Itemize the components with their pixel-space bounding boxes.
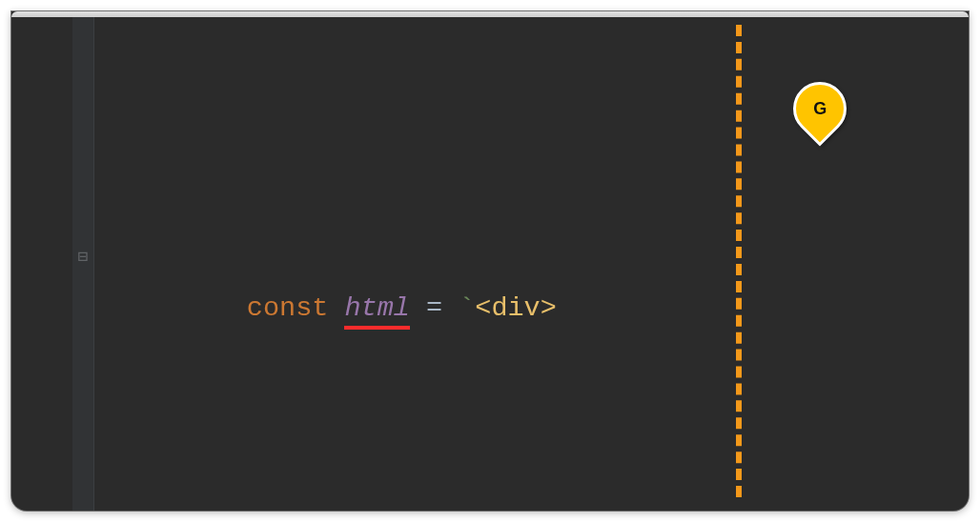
window: G ⊟const html = `<div> <span>hello world… (0, 0, 980, 522)
fold-toggle-icon[interactable]: ⊟ (72, 231, 93, 284)
tag-div-open: <div> (475, 292, 557, 324)
editor-frame: G ⊟const html = `<div> <span>hello world… (11, 11, 969, 511)
code-area[interactable]: ⊟const html = `<div> <span>hello world</… (93, 17, 969, 511)
keyword-const: const (247, 292, 329, 324)
code-line-1[interactable]: ⊟const html = `<div> (93, 229, 969, 389)
equals: = (410, 292, 459, 324)
variable-html: html (344, 292, 409, 330)
backtick-open: ` (459, 292, 475, 324)
